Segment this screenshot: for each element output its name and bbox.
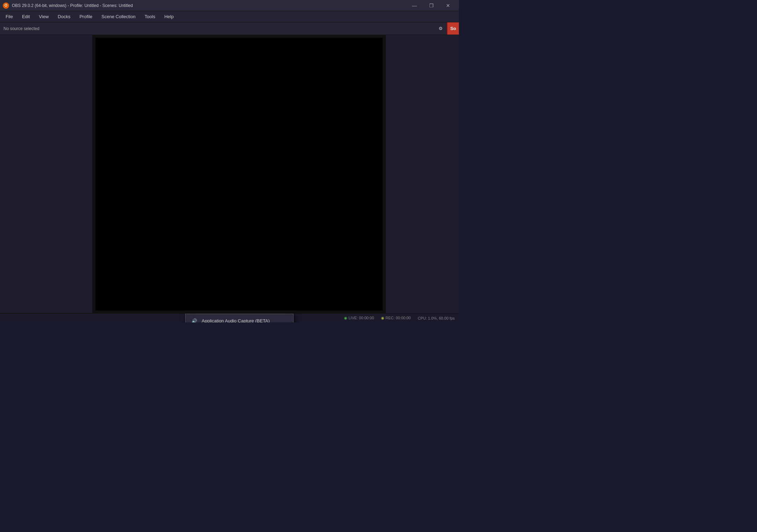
left-column	[0, 35, 93, 313]
close-button[interactable]: ✕	[440, 0, 456, 11]
preview-canvas	[95, 38, 383, 311]
settings-icon-small[interactable]: ⚙	[436, 24, 446, 34]
live-icon: ◉	[344, 316, 347, 320]
rec-indicator: ◉ REC: 00:00:00	[381, 316, 411, 320]
menu-help[interactable]: Help	[160, 13, 178, 21]
dropdown-app-audio[interactable]: 🔊 Application Audio Capture (BETA)	[186, 314, 293, 322]
controls-upper	[385, 35, 459, 313]
obs-icon: O	[3, 2, 9, 9]
no-source-label: No source selected	[0, 26, 436, 31]
titlebar-title: OBS 29.0.2 (64-bit, windows) - Profile: …	[12, 3, 133, 8]
menubar: File Edit View Docks Profile Scene Colle…	[0, 11, 459, 22]
preview-area	[93, 35, 385, 313]
minimize-button[interactable]: —	[406, 0, 423, 11]
scenes-upper	[0, 35, 93, 313]
titlebar-controls[interactable]: — ❐ ✕	[406, 0, 456, 11]
titlebar-left: O OBS 29.0.2 (64-bit, windows) - Profile…	[3, 2, 133, 9]
cpu-indicator: CPU: 1.0%, 60.00 fps	[418, 316, 455, 320]
sources-header-indicator: So	[447, 22, 459, 35]
menu-scene-collection[interactable]: Scene Collection	[97, 13, 140, 21]
live-indicator: ◉ LIVE: 00:00:00	[344, 316, 374, 320]
rec-icon: ◉	[381, 316, 384, 320]
titlebar: O OBS 29.0.2 (64-bit, windows) - Profile…	[0, 0, 459, 11]
maximize-button[interactable]: ❐	[423, 0, 439, 11]
menu-profile[interactable]: Profile	[75, 13, 96, 21]
menu-edit[interactable]: Edit	[18, 13, 34, 21]
menu-tools[interactable]: Tools	[140, 13, 159, 21]
menu-view[interactable]: View	[35, 13, 53, 21]
main-content	[0, 35, 459, 313]
menu-file[interactable]: File	[1, 13, 17, 21]
app-audio-icon: 🔊	[191, 318, 197, 322]
menu-docks[interactable]: Docks	[53, 13, 74, 21]
source-dropdown: 🔊 Application Audio Capture (BETA) 🎤 Aud…	[185, 314, 294, 322]
no-source-bar: No source selected ⚙ So	[0, 22, 459, 35]
